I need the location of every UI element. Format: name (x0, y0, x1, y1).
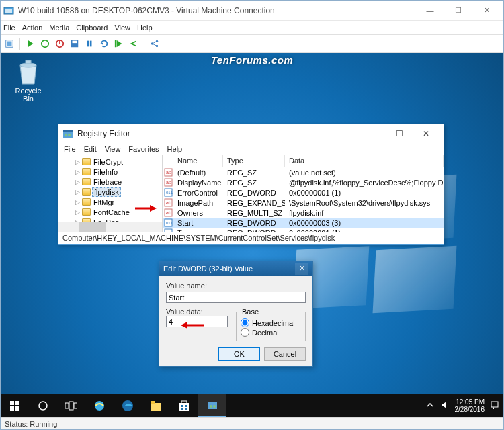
tree-item[interactable]: ▷FileInfo (58, 167, 162, 177)
col-type[interactable]: Type (223, 155, 285, 167)
ok-button[interactable]: OK (218, 347, 260, 361)
menu-help[interactable]: Help (137, 24, 153, 32)
value-name-input[interactable] (166, 292, 306, 303)
regedit-close-button[interactable]: ✕ (413, 126, 439, 142)
svg-marker-43 (181, 322, 187, 329)
task-view-button[interactable] (57, 394, 85, 417)
cell-data: \SystemRoot\System32\drivers\flpydisk.sy… (285, 199, 444, 207)
svg-rect-9 (73, 41, 77, 44)
tray-chevron-up-icon[interactable] (425, 400, 435, 411)
tree-item[interactable]: ▷Filetrace (58, 177, 162, 187)
menu-view[interactable]: View (114, 24, 130, 32)
system-tray[interactable]: 12:05 PM 2/28/2016 (421, 398, 504, 414)
menu-action[interactable]: Action (22, 24, 43, 32)
taskbar-ie-icon[interactable] (85, 394, 114, 417)
radio-hex[interactable] (241, 318, 249, 327)
folder-icon (82, 178, 91, 185)
regedit-maximize-button[interactable]: ☐ (386, 126, 413, 142)
tray-action-center-icon[interactable] (490, 400, 499, 411)
start-icon[interactable] (24, 38, 36, 50)
expand-icon[interactable]: ▷ (75, 169, 81, 175)
pause-icon[interactable] (83, 38, 95, 50)
svg-rect-44 (10, 401, 14, 405)
taskbar-store-icon[interactable] (170, 394, 198, 417)
regedit-menu-help[interactable]: Help (167, 145, 183, 153)
save-icon[interactable] (69, 38, 81, 50)
expand-icon[interactable]: ▷ (75, 209, 81, 216)
cortana-search-button[interactable] (29, 394, 57, 417)
svg-point-64 (213, 405, 216, 408)
list-row[interactable]: abOwnersREG_MULTI_SZflpydisk.inf (163, 208, 444, 218)
list-row[interactable]: ab(Default)REG_SZ(value not set) (163, 167, 444, 177)
svg-rect-55 (151, 401, 155, 404)
expand-icon[interactable]: ▷ (75, 159, 81, 165)
svg-text:011: 011 (166, 191, 173, 195)
registry-editor-window[interactable]: Registry Editor — ☐ ✕ File Edit View Fav… (58, 124, 444, 245)
menu-media[interactable]: Media (49, 24, 69, 32)
regedit-list-header[interactable]: Name Type Data (163, 155, 444, 167)
cell-type: REG_SZ (223, 169, 285, 177)
col-name[interactable]: Name (163, 155, 223, 167)
start-button[interactable] (1, 394, 29, 417)
reset-icon[interactable] (98, 38, 110, 50)
vm-guest-screen[interactable]: TenForums.com Recycle Bin Registry Edito… (1, 53, 503, 417)
edit-dword-dialog[interactable]: Edit DWORD (32-bit) Value ✕ Value name: … (159, 261, 313, 367)
shutdown-icon[interactable] (54, 38, 66, 50)
share-icon[interactable] (149, 38, 161, 50)
guest-taskbar[interactable]: 12:05 PM 2/28/2016 (1, 394, 503, 417)
regedit-minimize-button[interactable]: — (359, 126, 386, 142)
taskbar-regedit-button[interactable] (198, 394, 226, 417)
tree-item[interactable]: ▷FileCrypt (58, 157, 162, 167)
ctrl-alt-del-icon[interactable] (3, 38, 15, 50)
guest-desktop[interactable]: TenForums.com Recycle Bin Registry Edito… (1, 53, 503, 417)
regedit-menu-file[interactable]: File (64, 145, 76, 153)
list-row[interactable]: 011ErrorControlREG_DWORD0x00000001 (1) (163, 187, 444, 198)
regedit-menu-edit[interactable]: Edit (84, 145, 97, 153)
radio-dec[interactable] (241, 328, 249, 337)
checkpoint-icon[interactable] (113, 38, 125, 50)
tray-date: 2/28/2016 (455, 406, 485, 414)
svg-rect-49 (65, 403, 69, 408)
edit-dword-titlebar[interactable]: Edit DWORD (32-bit) Value ✕ (159, 261, 312, 276)
regedit-menu-favorites[interactable]: Favorites (128, 145, 159, 153)
svg-text:ab: ab (166, 200, 171, 205)
svg-rect-21 (26, 60, 31, 64)
maximize-button[interactable]: ☐ (444, 1, 472, 20)
list-row[interactable]: abDisplayNameREG_SZ@flpydisk.inf,%floppy… (163, 177, 444, 187)
col-data[interactable]: Data (285, 155, 444, 167)
svg-point-63 (210, 405, 212, 408)
expand-icon[interactable]: ▷ (75, 179, 81, 185)
recycle-bin-icon[interactable]: Recycle Bin (9, 58, 48, 103)
minimize-button[interactable]: — (416, 1, 444, 20)
turnoff-icon[interactable] (39, 38, 51, 50)
value-icon: ab (163, 168, 173, 177)
edit-dword-close-button[interactable]: ✕ (295, 263, 308, 275)
taskbar-edge-icon[interactable] (114, 394, 142, 417)
tray-volume-icon[interactable] (440, 400, 450, 411)
menu-clipboard[interactable]: Clipboard (76, 24, 108, 32)
svg-rect-58 (181, 405, 183, 407)
revert-icon[interactable] (128, 38, 140, 50)
list-row[interactable]: 011StartREG_DWORD0x00000003 (3) (163, 218, 444, 228)
vm-titlebar[interactable]: W10 build 10586 on DESKTOP-062CMV3 - Vir… (1, 1, 503, 21)
dec-label: Decimal (252, 329, 279, 337)
tree-scrollbar-x[interactable] (58, 222, 162, 232)
tray-clock[interactable]: 12:05 PM 2/28/2016 (455, 398, 485, 414)
recycle-bin-label: Recycle Bin (9, 87, 48, 103)
cancel-button[interactable]: Cancel (264, 347, 306, 361)
regedit-list[interactable]: Name Type Data ab(Default)REG_SZ(value n… (163, 155, 444, 232)
svg-rect-62 (208, 402, 217, 409)
expand-icon[interactable]: ▷ (75, 189, 81, 196)
regedit-title: Registry Editor (77, 129, 359, 138)
tree-item[interactable]: ▷flpydisk (58, 187, 162, 197)
close-button[interactable]: ✕ (472, 1, 501, 20)
regedit-titlebar[interactable]: Registry Editor — ☐ ✕ (58, 124, 444, 143)
menu-file[interactable]: File (3, 24, 15, 32)
cell-name: ImagePath (173, 199, 223, 207)
taskbar-explorer-icon[interactable] (142, 394, 170, 417)
regedit-menu-view[interactable]: View (105, 145, 121, 153)
svg-rect-66 (491, 402, 498, 407)
regedit-tree[interactable]: ▷FileCrypt▷FileInfo▷Filetrace▷flpydisk▷F… (58, 155, 163, 232)
list-row[interactable]: abImagePathREG_EXPAND_SZ\SystemRoot\Syst… (163, 198, 444, 208)
expand-icon[interactable]: ▷ (75, 199, 81, 206)
